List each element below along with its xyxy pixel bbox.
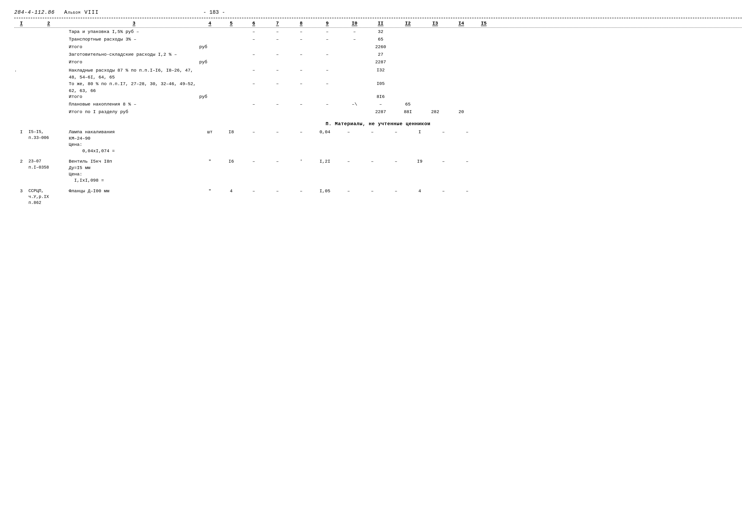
section2-title: П. Материалы, не учтенные ценником: [14, 121, 742, 127]
item-code-1: I5–I5,п.33–006: [28, 129, 69, 141]
col-header-6: 6: [242, 21, 266, 26]
summary-row-transport: Транспортные расходы 3% – – – – – – 65: [14, 37, 742, 44]
item-c9-3: I,05: [313, 188, 337, 194]
summary-row-itogo-razdel: Итого по I разделу руб 2287 88I 282 20: [14, 109, 742, 117]
item-c9-1: 0,04: [313, 129, 337, 135]
row-c7-tara: –: [266, 29, 289, 34]
col-header-3: 3: [69, 21, 199, 26]
row-desc-transport: Транспортные расходы 3% –: [69, 37, 199, 42]
page-number: - 183 -: [203, 10, 225, 15]
summary-row-itogo1: Итого руб 2260: [14, 44, 742, 52]
item-desc-2: Вентиль I5кч I8п Ду=I5 мм Цена: I,IхI,09…: [69, 158, 199, 183]
item-c13-3: 4: [408, 188, 432, 194]
item-num-1: I: [14, 129, 28, 135]
row-desc-tozhe80: То же, 80 % по п.п.I7, 27–28, 30, 32–46,…: [69, 81, 199, 94]
item-desc-1: Лампа накаливания КМ–24–90 Цена: 0,04хI,…: [69, 129, 199, 154]
item-c9-2: I,2I: [313, 158, 337, 164]
col-header-15: I5: [474, 21, 493, 26]
row-c11-tara: 32: [367, 29, 394, 34]
item-c10-2: –: [337, 158, 361, 164]
col-header-10: I0: [341, 21, 367, 26]
item-code-3: ССРЦП,ч.У,р.IХп.862: [28, 188, 69, 206]
item-c11-3: –: [361, 188, 384, 194]
row-desc-tara: Тара и упаковка I,5% руб –: [69, 29, 199, 34]
item-desc-3: Фланцы Д–I00 мм: [69, 188, 199, 195]
item-unit-3: ": [199, 188, 221, 194]
item-c13-2: I9: [408, 158, 432, 164]
item-c11-2: –: [361, 158, 384, 164]
item-c8-1: –: [289, 129, 313, 135]
col-header-4: 4: [199, 21, 221, 26]
row-unit-itogo1: руб: [199, 44, 221, 50]
item-c7-1: –: [266, 129, 289, 135]
summary-row-naklad87: . Накладные расходы 87 % по п.п.I–I6, I8…: [14, 67, 742, 81]
row-desc-itogo2: Итого: [69, 60, 199, 65]
summary-section: Тара и упаковка I,5% руб – – – – – – 32 …: [14, 29, 742, 117]
column-headers: I 2 3 4 5 6 7 8 9 I0 II I2 I3 I4 I5: [14, 21, 742, 28]
item-code-2: 23–07п.I–0358: [28, 158, 69, 170]
item-c7-3: –: [266, 188, 289, 194]
summary-row-zagot: Заготовительно-складские расходы I,2 % –…: [14, 52, 742, 60]
summary-row-plan: Плановые накопления 8 % – – – – – –\ – 6…: [14, 102, 742, 109]
item-c10-3: –: [337, 188, 361, 194]
col-header-5: 5: [221, 21, 242, 26]
row-c10-tara: –: [341, 29, 367, 34]
album-label: Альбом VIII: [64, 10, 99, 15]
row-desc-itogo-razdel: Итого по I разделу руб: [69, 109, 199, 115]
col-header-13: I3: [422, 21, 448, 26]
row-c6-tara: –: [242, 29, 266, 34]
item-c15-3: –: [455, 188, 479, 194]
item-c14-3: –: [432, 188, 455, 194]
item-c12-2: –: [384, 158, 408, 164]
item-c8-3: –: [289, 188, 313, 194]
col-header-2: 2: [28, 21, 69, 26]
summary-row-tara: Тара и упаковка I,5% руб – – – – – – 32: [14, 29, 742, 37]
item-c11-1: –: [361, 129, 384, 135]
item-c15-2: –: [455, 158, 479, 164]
row-c9-tara: –: [313, 29, 341, 34]
col-header-14: I4: [448, 21, 474, 26]
col-header-8: 8: [289, 21, 313, 26]
item-qty-3: 4: [221, 188, 242, 194]
col-header-11: II: [367, 21, 394, 26]
row-c8-tara: –: [289, 29, 313, 34]
col-header-1: I: [14, 21, 28, 26]
item-c12-3: –: [384, 188, 408, 194]
row-desc-zagot: Заготовительно-складские расходы I,2 % –: [69, 52, 199, 57]
row-desc-itogo3: Итого: [69, 94, 199, 99]
item-c6-1: –: [242, 129, 266, 135]
items-section: I I5–I5,п.33–006 Лампа накаливания КМ–24…: [14, 129, 742, 206]
summary-row-itogo2: Итого руб 2287: [14, 60, 742, 67]
list-item: 3 ССРЦП,ч.У,р.IХп.862 Фланцы Д–I00 мм " …: [14, 188, 742, 206]
row-desc-itogo1: Итого: [69, 44, 199, 50]
item-c10-1: –: [337, 129, 361, 135]
summary-row-tozhe80: То же, 80 % по п.п.I7, 27–28, 30, 32–46,…: [14, 81, 742, 94]
list-item: 2 23–07п.I–0358 Вентиль I5кч I8п Ду=I5 м…: [14, 158, 742, 183]
item-c7-2: –: [266, 158, 289, 164]
row-desc-plan: Плановые накопления 8 % –: [69, 102, 199, 107]
summary-row-itogo3: Итого руб 8I6: [14, 94, 742, 102]
top-divider: [14, 18, 742, 18]
item-c15-1: –: [455, 129, 479, 135]
col-header-7: 7: [266, 21, 289, 26]
item-c14-1: –: [432, 129, 455, 135]
item-unit-1: шт: [199, 129, 221, 135]
col-header-12: I2: [394, 21, 422, 26]
list-item: I I5–I5,п.33–006 Лампа накаливания КМ–24…: [14, 129, 742, 154]
item-c14-2: –: [432, 158, 455, 164]
item-num-3: 3: [14, 188, 28, 194]
item-c6-2: –: [242, 158, 266, 164]
item-qty-1: I8: [221, 129, 242, 135]
item-c6-3: –: [242, 188, 266, 194]
row-desc-naklad87: Накладные расходы 87 % по п.п.I–I6, I8–2…: [69, 67, 199, 81]
item-num-2: 2: [14, 158, 28, 164]
item-c13-1: I: [408, 129, 432, 135]
item-qty-2: I6: [221, 158, 242, 164]
item-c8-2: ′: [289, 158, 313, 164]
doc-number: 284-4-112.86: [14, 10, 55, 15]
col-header-9: 9: [313, 21, 341, 26]
item-unit-2: ": [199, 158, 221, 164]
item-c12-1: –: [384, 129, 408, 135]
header: 284-4-112.86 Альбом VIII - 183 -: [14, 10, 742, 15]
